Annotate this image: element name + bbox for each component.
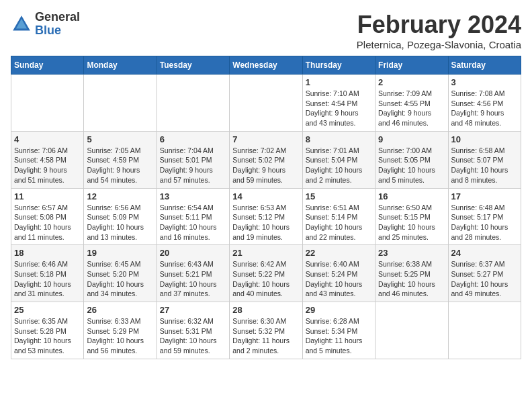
calendar-cell: 20Sunrise: 6:43 AM Sunset: 5:21 PM Dayli…	[157, 245, 229, 302]
calendar-week-row: 11Sunrise: 6:57 AM Sunset: 5:08 PM Dayli…	[11, 188, 521, 245]
calendar-cell	[157, 75, 229, 132]
weekday-header-row: SundayMondayTuesdayWednesdayThursdayFrid…	[11, 56, 521, 75]
calendar-cell: 28Sunrise: 6:30 AM Sunset: 5:32 PM Dayli…	[230, 302, 302, 359]
calendar-cell: 29Sunrise: 6:28 AM Sunset: 5:34 PM Dayli…	[302, 302, 375, 359]
calendar-cell	[448, 302, 521, 359]
day-number: 23	[378, 248, 445, 258]
calendar-cell	[11, 75, 84, 132]
calendar-cell: 1Sunrise: 7:10 AM Sunset: 4:54 PM Daylig…	[302, 75, 375, 132]
day-number: 11	[14, 191, 81, 201]
calendar-cell: 13Sunrise: 6:54 AM Sunset: 5:11 PM Dayli…	[157, 188, 229, 245]
calendar-cell	[84, 75, 157, 132]
calendar-cell: 21Sunrise: 6:42 AM Sunset: 5:22 PM Dayli…	[230, 245, 302, 302]
weekday-header-monday: Monday	[84, 56, 157, 75]
day-detail: Sunrise: 6:58 AM Sunset: 5:07 PM Dayligh…	[451, 146, 518, 185]
calendar-cell: 22Sunrise: 6:40 AM Sunset: 5:24 PM Dayli…	[302, 245, 375, 302]
day-number: 2	[378, 77, 445, 87]
day-number: 9	[378, 134, 445, 144]
day-detail: Sunrise: 6:50 AM Sunset: 5:15 PM Dayligh…	[378, 203, 445, 242]
calendar-cell: 23Sunrise: 6:38 AM Sunset: 5:25 PM Dayli…	[375, 245, 448, 302]
calendar-cell: 24Sunrise: 6:37 AM Sunset: 5:27 PM Dayli…	[448, 245, 521, 302]
calendar-cell: 3Sunrise: 7:08 AM Sunset: 4:56 PM Daylig…	[448, 75, 521, 132]
day-detail: Sunrise: 6:40 AM Sunset: 5:24 PM Dayligh…	[306, 259, 372, 299]
logo-blue-text: Blue	[35, 24, 80, 38]
day-number: 21	[232, 248, 299, 258]
day-detail: Sunrise: 6:32 AM Sunset: 5:31 PM Dayligh…	[160, 316, 226, 356]
weekday-header-friday: Friday	[375, 56, 448, 75]
day-number: 12	[87, 191, 153, 201]
calendar-cell: 2Sunrise: 7:09 AM Sunset: 4:55 PM Daylig…	[375, 75, 448, 132]
day-detail: Sunrise: 6:56 AM Sunset: 5:09 PM Dayligh…	[87, 203, 153, 242]
day-number: 20	[160, 248, 226, 258]
calendar-cell: 11Sunrise: 6:57 AM Sunset: 5:08 PM Dayli…	[11, 188, 84, 245]
day-detail: Sunrise: 6:48 AM Sunset: 5:17 PM Dayligh…	[451, 203, 518, 242]
calendar-cell: 16Sunrise: 6:50 AM Sunset: 5:15 PM Dayli…	[375, 188, 448, 245]
day-number: 26	[87, 305, 153, 315]
calendar-cell: 19Sunrise: 6:45 AM Sunset: 5:20 PM Dayli…	[84, 245, 157, 302]
calendar-cell: 27Sunrise: 6:32 AM Sunset: 5:31 PM Dayli…	[157, 302, 229, 359]
day-detail: Sunrise: 6:51 AM Sunset: 5:14 PM Dayligh…	[306, 203, 372, 242]
day-number: 7	[232, 134, 299, 144]
day-number: 14	[232, 191, 299, 201]
calendar-table: SundayMondayTuesdayWednesdayThursdayFrid…	[11, 56, 521, 359]
day-detail: Sunrise: 7:02 AM Sunset: 5:02 PM Dayligh…	[232, 146, 299, 185]
day-number: 27	[160, 305, 226, 315]
calendar-cell: 25Sunrise: 6:35 AM Sunset: 5:28 PM Dayli…	[11, 302, 84, 359]
calendar-cell	[375, 302, 448, 359]
day-detail: Sunrise: 7:08 AM Sunset: 4:56 PM Dayligh…	[451, 89, 518, 128]
day-detail: Sunrise: 7:04 AM Sunset: 5:01 PM Dayligh…	[160, 146, 226, 185]
calendar-cell: 14Sunrise: 6:53 AM Sunset: 5:12 PM Dayli…	[230, 188, 302, 245]
day-number: 10	[451, 134, 518, 144]
calendar-week-row: 4Sunrise: 7:06 AM Sunset: 4:58 PM Daylig…	[11, 131, 521, 188]
day-detail: Sunrise: 6:53 AM Sunset: 5:12 PM Dayligh…	[232, 203, 299, 242]
calendar-week-row: 18Sunrise: 6:46 AM Sunset: 5:18 PM Dayli…	[11, 245, 521, 302]
day-number: 16	[378, 191, 445, 201]
day-number: 1	[306, 77, 372, 87]
logo: General Blue	[11, 11, 80, 38]
calendar-cell: 15Sunrise: 6:51 AM Sunset: 5:14 PM Dayli…	[302, 188, 375, 245]
day-detail: Sunrise: 6:30 AM Sunset: 5:32 PM Dayligh…	[232, 316, 299, 356]
day-number: 4	[14, 134, 81, 144]
day-number: 6	[160, 134, 226, 144]
day-number: 24	[451, 248, 518, 258]
day-detail: Sunrise: 6:42 AM Sunset: 5:22 PM Dayligh…	[232, 259, 299, 299]
day-detail: Sunrise: 6:45 AM Sunset: 5:20 PM Dayligh…	[87, 259, 153, 299]
calendar-cell	[230, 75, 302, 132]
calendar-cell: 10Sunrise: 6:58 AM Sunset: 5:07 PM Dayli…	[448, 131, 521, 188]
calendar-cell: 4Sunrise: 7:06 AM Sunset: 4:58 PM Daylig…	[11, 131, 84, 188]
day-number: 29	[306, 305, 372, 315]
day-detail: Sunrise: 6:28 AM Sunset: 5:34 PM Dayligh…	[306, 316, 372, 356]
calendar-week-row: 1Sunrise: 7:10 AM Sunset: 4:54 PM Daylig…	[11, 75, 521, 132]
day-detail: Sunrise: 7:10 AM Sunset: 4:54 PM Dayligh…	[306, 89, 372, 128]
calendar-cell: 6Sunrise: 7:04 AM Sunset: 5:01 PM Daylig…	[157, 131, 229, 188]
day-number: 18	[14, 248, 81, 258]
weekday-header-wednesday: Wednesday	[230, 56, 302, 75]
calendar-cell: 18Sunrise: 6:46 AM Sunset: 5:18 PM Dayli…	[11, 245, 84, 302]
calendar-cell: 26Sunrise: 6:33 AM Sunset: 5:29 PM Dayli…	[84, 302, 157, 359]
logo-text: General Blue	[35, 11, 80, 38]
location-subtitle: Pleternica, Pozega-Slavonia, Croatia	[357, 39, 521, 50]
day-detail: Sunrise: 6:57 AM Sunset: 5:08 PM Dayligh…	[14, 203, 81, 242]
day-detail: Sunrise: 6:35 AM Sunset: 5:28 PM Dayligh…	[14, 316, 81, 356]
weekday-header-saturday: Saturday	[448, 56, 521, 75]
day-number: 8	[306, 134, 372, 144]
day-number: 15	[306, 191, 372, 201]
day-number: 19	[87, 248, 153, 258]
day-number: 13	[160, 191, 226, 201]
day-number: 28	[232, 305, 299, 315]
logo-icon	[11, 13, 32, 35]
day-detail: Sunrise: 7:00 AM Sunset: 5:05 PM Dayligh…	[378, 146, 445, 185]
day-detail: Sunrise: 7:01 AM Sunset: 5:04 PM Dayligh…	[306, 146, 372, 185]
day-detail: Sunrise: 6:37 AM Sunset: 5:27 PM Dayligh…	[451, 259, 518, 299]
day-detail: Sunrise: 6:54 AM Sunset: 5:11 PM Dayligh…	[160, 203, 226, 242]
day-detail: Sunrise: 6:46 AM Sunset: 5:18 PM Dayligh…	[14, 259, 81, 299]
calendar-cell: 5Sunrise: 7:05 AM Sunset: 4:59 PM Daylig…	[84, 131, 157, 188]
logo-general-text: General	[35, 11, 80, 24]
header-area: General Blue February 2024 Pleternica, P…	[11, 11, 521, 50]
weekday-header-tuesday: Tuesday	[157, 56, 229, 75]
day-number: 3	[451, 77, 518, 87]
calendar-cell: 9Sunrise: 7:00 AM Sunset: 5:05 PM Daylig…	[375, 131, 448, 188]
day-detail: Sunrise: 7:05 AM Sunset: 4:59 PM Dayligh…	[87, 146, 153, 185]
calendar-cell: 7Sunrise: 7:02 AM Sunset: 5:02 PM Daylig…	[230, 131, 302, 188]
day-detail: Sunrise: 6:43 AM Sunset: 5:21 PM Dayligh…	[160, 259, 226, 299]
